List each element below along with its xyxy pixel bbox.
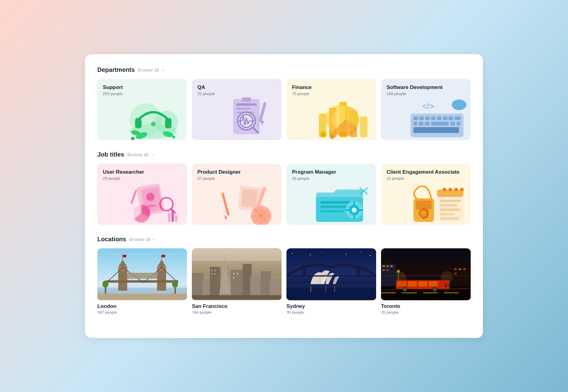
svg-rect-123	[127, 273, 157, 279]
location-name-sydney: Sydney	[286, 303, 376, 309]
locations-browse-all[interactable]: Browse all →	[129, 237, 156, 242]
job-name-designer: Product Designer	[197, 169, 276, 175]
svg-point-198	[434, 288, 436, 290]
svg-point-10	[151, 122, 155, 126]
svg-point-158	[346, 254, 347, 255]
location-card-sf[interactable]: San Francisco 164 people	[192, 248, 282, 315]
job-titles-browse-all[interactable]: Browse all →	[127, 152, 154, 157]
location-image-london	[97, 248, 187, 300]
svg-rect-34	[431, 116, 435, 120]
location-name-london: London	[97, 303, 187, 309]
job-card-manager[interactable]: Program Manager 33 people	[286, 164, 376, 225]
svg-rect-55	[168, 213, 170, 222]
location-image-sydney	[286, 248, 376, 300]
dept-illus-finance: $	[309, 96, 376, 140]
svg-rect-44	[457, 122, 460, 125]
svg-point-105	[460, 188, 464, 191]
svg-point-9	[173, 136, 176, 139]
dept-name-qa: QA	[197, 84, 276, 91]
locations-header: Locations Browse all →	[97, 236, 471, 243]
svg-rect-41	[425, 122, 429, 125]
dept-count-support: 250 people	[103, 91, 181, 96]
svg-rect-56	[172, 210, 174, 222]
location-count-toronto: 45 people	[381, 310, 471, 315]
job-name-researcher: User Researcher	[103, 169, 181, 175]
dept-illus-software: </>	[403, 96, 471, 140]
svg-rect-60	[241, 189, 258, 208]
locations-grid: London 487 people	[97, 248, 471, 315]
dept-illus-support	[120, 96, 187, 140]
svg-rect-101	[440, 217, 459, 220]
svg-rect-38	[455, 116, 461, 120]
svg-rect-76	[320, 210, 344, 213]
departments-browse-all[interactable]: Browse all →	[138, 67, 165, 72]
svg-rect-4	[165, 118, 172, 128]
svg-point-132	[172, 281, 178, 288]
svg-rect-15	[242, 98, 251, 102]
locations-title: Locations	[97, 236, 126, 243]
job-titles-header: Job titles Browse all →	[97, 151, 471, 158]
svg-marker-62	[224, 214, 227, 219]
svg-rect-164	[303, 265, 306, 276]
job-card-client[interactable]: Client Engagement Associate 23 people	[381, 164, 471, 225]
svg-rect-128	[97, 294, 187, 300]
departments-title: Departments	[97, 66, 135, 73]
job-card-designer[interactable]: Product Designer 37 people	[192, 164, 282, 225]
dept-name-software: Software Development	[387, 84, 465, 91]
svg-rect-146	[211, 273, 212, 275]
dept-card-finance[interactable]: Finance 75 people	[286, 79, 376, 140]
svg-point-159	[361, 252, 361, 252]
dept-card-qa[interactable]: QA 32 people	[192, 79, 282, 140]
dept-name-finance: Finance	[292, 84, 371, 91]
svg-rect-166	[310, 286, 311, 292]
dept-card-support[interactable]: Support 250 people	[97, 79, 187, 140]
svg-rect-174	[383, 265, 385, 267]
svg-rect-39	[413, 122, 417, 125]
dept-illus-qa	[214, 96, 282, 140]
svg-rect-98	[440, 204, 458, 207]
svg-rect-45	[413, 127, 459, 133]
svg-rect-182	[463, 268, 466, 270]
location-name-toronto: Toronto	[381, 303, 471, 309]
svg-point-160	[370, 255, 371, 256]
svg-rect-3	[135, 118, 142, 128]
svg-point-29	[330, 134, 334, 139]
svg-rect-150	[233, 277, 235, 279]
job-illus-researcher	[120, 181, 187, 225]
svg-point-104	[454, 188, 458, 191]
departments-section: Departments Browse all → Support 250 peo…	[97, 66, 471, 140]
svg-rect-61	[222, 193, 230, 216]
dept-card-software[interactable]: Software Development 168 people	[381, 79, 471, 140]
svg-point-94	[423, 217, 425, 219]
svg-rect-13	[236, 108, 251, 109]
svg-rect-165	[357, 265, 360, 276]
location-image-toronto	[381, 248, 471, 300]
svg-rect-151	[192, 249, 282, 261]
svg-point-92	[427, 213, 429, 215]
svg-point-154	[292, 253, 293, 254]
svg-rect-183	[454, 273, 457, 275]
svg-rect-144	[211, 270, 212, 271]
svg-rect-25	[360, 116, 368, 137]
location-card-sydney[interactable]: Sydney 95 people	[286, 248, 376, 315]
svg-rect-36	[443, 116, 447, 120]
job-name-manager: Program Manager	[292, 169, 371, 175]
svg-rect-57	[175, 215, 177, 222]
job-card-researcher[interactable]: User Researcher 29 people	[97, 164, 187, 225]
job-count-client: 23 people	[387, 176, 465, 181]
svg-rect-188	[444, 292, 459, 294]
svg-rect-33	[425, 116, 430, 120]
svg-point-93	[426, 216, 428, 218]
location-card-london[interactable]: London 487 people	[97, 248, 187, 315]
svg-point-91	[426, 210, 428, 212]
svg-rect-186	[402, 292, 417, 294]
svg-rect-181	[459, 268, 461, 270]
job-illus-designer	[214, 181, 282, 225]
job-count-manager: 33 people	[292, 176, 371, 181]
main-card: Departments Browse all → Support 250 peo…	[85, 54, 483, 338]
location-card-toronto[interactable]: Toronto 45 people	[381, 248, 471, 315]
svg-rect-125	[123, 255, 126, 257]
dept-count-finance: 75 people	[292, 91, 371, 96]
svg-rect-148	[233, 273, 235, 274]
svg-rect-40	[419, 122, 423, 125]
